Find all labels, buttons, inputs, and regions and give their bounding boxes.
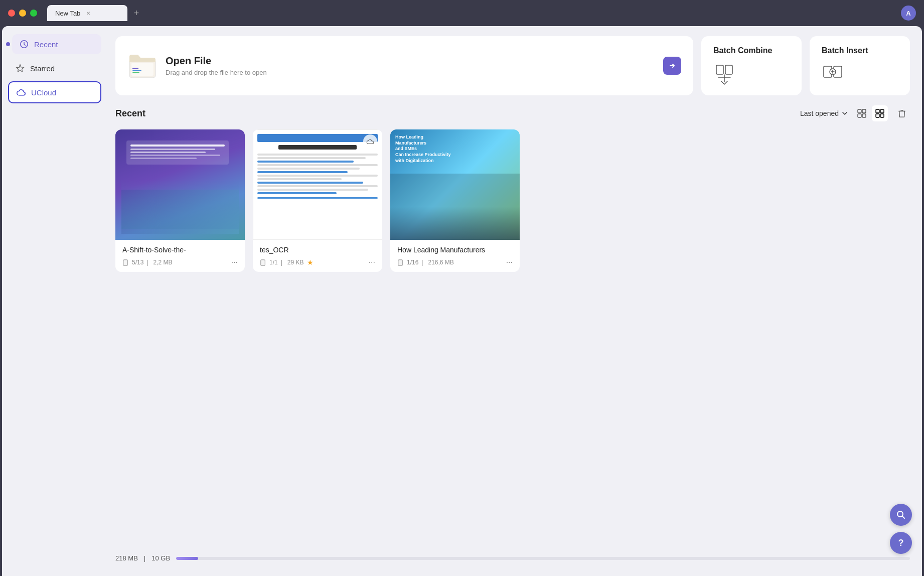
storage-section: 218 MB | 10 GB (115, 550, 910, 566)
maximize-button[interactable] (30, 10, 37, 17)
file-grid: A-Shift-to-Solve-the- 5/13 | 2,2 MB ··· (115, 129, 910, 272)
open-file-title: Open File (166, 55, 267, 67)
active-tab[interactable]: New Tab ✕ (47, 5, 127, 21)
svg-rect-14 (862, 114, 866, 117)
star-badge-2: ★ (307, 258, 314, 266)
open-file-folder-icon (127, 51, 158, 81)
file-more-button-2[interactable]: ··· (369, 258, 375, 267)
svg-rect-20 (124, 260, 127, 264)
file-name-2: tes_OCR (260, 246, 375, 254)
sidebar-item-ucloud[interactable]: UCloud (8, 81, 101, 103)
storage-used: 218 MB (115, 554, 138, 562)
svg-rect-16 (880, 109, 884, 113)
new-tab-button[interactable]: + (129, 6, 143, 20)
sidebar-item-recent-label: Recent (34, 40, 58, 49)
svg-rect-5 (132, 72, 139, 73)
file-meta-3: 1/16 | 216,6 MB ··· (397, 258, 513, 267)
file-name-3: How Leading Manufacturers (397, 246, 513, 254)
svg-rect-24 (399, 260, 402, 264)
tab-close-icon[interactable]: ✕ (84, 9, 92, 17)
recent-indicator-dot (6, 42, 10, 46)
file-card-3[interactable]: How LeadingManufacturersand SMEsCan Incr… (390, 129, 520, 272)
file-thumbnail-3: How LeadingManufacturersand SMEsCan Incr… (390, 129, 520, 240)
storage-separator: | (144, 554, 145, 562)
separator-1: | (146, 259, 148, 266)
file-card-2[interactable]: tes_OCR 1/1 | 29 KB ★ ··· (253, 129, 382, 272)
file-more-button-3[interactable]: ··· (506, 258, 513, 267)
file-info-2: tes_OCR 1/1 | 29 KB ★ ··· (253, 240, 382, 272)
chevron-down-icon (842, 110, 848, 116)
content-area: Open File Drag and drop the file here to… (107, 26, 922, 576)
svg-rect-15 (876, 109, 879, 113)
svg-rect-22 (261, 260, 265, 264)
sidebar-item-starred-label: Starred (30, 64, 55, 73)
delete-button[interactable] (894, 105, 910, 121)
thumb-manufacturing: How LeadingManufacturersand SMEsCan Incr… (390, 129, 520, 240)
sort-label: Last opened (800, 109, 839, 117)
batch-insert-title: Batch Insert (822, 46, 898, 55)
thumb-medical (115, 129, 245, 240)
svg-rect-18 (880, 114, 884, 117)
main-window: Recent Starred UCloud (2, 26, 922, 576)
file-meta-2: 1/1 | 29 KB ★ ··· (260, 258, 375, 267)
list-view-button[interactable] (854, 105, 870, 121)
close-button[interactable] (8, 10, 15, 17)
cloud-icon (16, 87, 26, 97)
cloud-badge-2 (363, 134, 377, 149)
star-icon (15, 63, 25, 73)
svg-rect-6 (716, 65, 723, 74)
batch-combine-icon (713, 63, 735, 85)
svg-rect-11 (858, 109, 861, 113)
sidebar: Recent Starred UCloud (2, 26, 107, 576)
float-search-button[interactable] (890, 504, 912, 526)
svg-rect-13 (858, 114, 861, 117)
batch-combine-card[interactable]: Batch Combine (701, 36, 802, 95)
top-cards: Open File Drag and drop the file here to… (115, 36, 910, 95)
open-file-arrow-button[interactable] (663, 57, 681, 75)
svg-rect-12 (862, 109, 866, 113)
sort-dropdown[interactable]: Last opened (800, 109, 848, 117)
help-icon: ? (898, 538, 904, 548)
recent-controls: Last opened (800, 105, 910, 121)
pages-icon-1 (122, 259, 129, 266)
sidebar-item-ucloud-label: UCloud (31, 88, 56, 97)
titlebar: New Tab ✕ + A (0, 0, 924, 26)
batch-insert-icon (822, 63, 844, 85)
batch-insert-card[interactable]: Batch Insert (810, 36, 910, 95)
svg-rect-3 (132, 68, 138, 69)
avatar[interactable]: A (901, 6, 916, 21)
batch-combine-title: Batch Combine (713, 46, 790, 55)
svg-rect-7 (725, 65, 732, 74)
minimize-button[interactable] (19, 10, 26, 17)
file-meta-1: 5/13 | 2,2 MB ··· (122, 258, 238, 267)
traffic-lights (8, 10, 37, 17)
sidebar-item-recent[interactable]: Recent (12, 34, 101, 54)
file-size-2: 29 KB (287, 259, 304, 266)
separator-2: | (281, 259, 282, 266)
tab-bar: New Tab ✕ + (47, 5, 901, 21)
pages-icon-3 (397, 259, 404, 266)
open-file-card[interactable]: Open File Drag and drop the file here to… (115, 36, 693, 95)
grid-view-button[interactable] (872, 105, 888, 121)
storage-bar-fill (176, 557, 198, 560)
file-card-1[interactable]: A-Shift-to-Solve-the- 5/13 | 2,2 MB ··· (115, 129, 245, 272)
mfg-bottom (390, 174, 520, 240)
file-pages-3: 1/16 (407, 259, 418, 266)
file-pages-2: 1/1 (269, 259, 278, 266)
file-info-3: How Leading Manufacturers 1/16 | 216,6 M… (390, 240, 520, 272)
file-thumbnail-2 (253, 129, 382, 240)
tab-label: New Tab (55, 10, 80, 17)
file-more-button-1[interactable]: ··· (231, 258, 238, 267)
sidebar-item-starred[interactable]: Starred (8, 58, 101, 78)
file-size-1: 2,2 MB (153, 259, 172, 266)
recent-section-title: Recent (115, 108, 145, 119)
storage-total: 10 GB (151, 554, 170, 562)
svg-rect-17 (876, 114, 879, 117)
storage-bar-track (176, 557, 910, 560)
file-size-3: 216,6 MB (428, 259, 453, 266)
svg-rect-4 (132, 70, 141, 71)
file-name-1: A-Shift-to-Solve-the- (122, 246, 238, 254)
thumb-ocr (253, 129, 382, 240)
float-help-button[interactable]: ? (890, 532, 912, 554)
file-info-1: A-Shift-to-Solve-the- 5/13 | 2,2 MB ··· (115, 240, 245, 272)
